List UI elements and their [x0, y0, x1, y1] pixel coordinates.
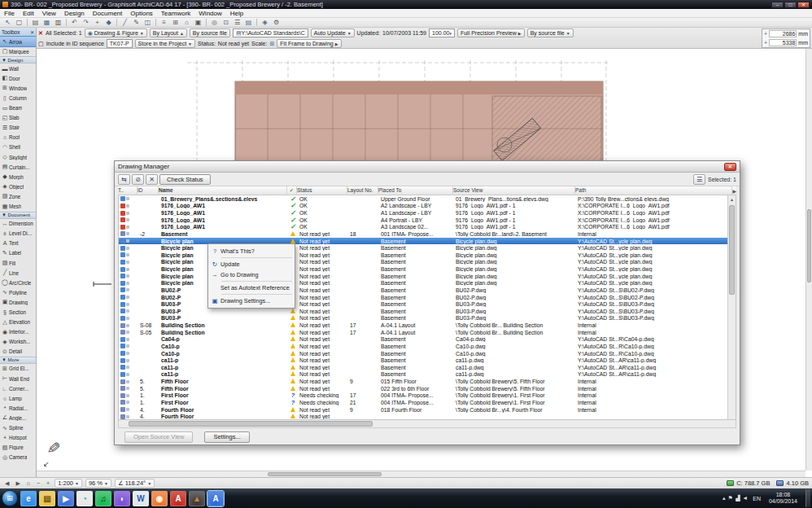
teamwork-icon[interactable]: ◈ — [260, 18, 270, 27]
menu-document[interactable]: Document — [89, 10, 126, 17]
column-header-layout-no[interactable]: Layout No. — [347, 186, 378, 195]
home-zoom-icon[interactable]: ⌂ — [25, 480, 32, 487]
navigator-icon[interactable]: ☰ — [232, 18, 242, 27]
magnification-field[interactable]: 100.00▾ — [429, 28, 455, 37]
table-row[interactable]: -2BasementNot read yet18001 ITMA- Propos… — [119, 230, 727, 238]
toolbox-item-line[interactable]: ╱Line — [0, 268, 36, 278]
zoom-in-icon[interactable]: + — [45, 480, 51, 487]
table-row[interactable]: ca11-pNot read yetBasementca11-p.dwgY:\A… — [119, 357, 727, 364]
menu-window[interactable]: Window — [194, 10, 225, 17]
open-source-view-button[interactable]: Open Source View — [124, 431, 193, 443]
table-row[interactable]: S-05Building SectionNot read yet17A-04.1… — [119, 329, 727, 336]
toolbox-item-lamp[interactable]: ☼Lamp — [0, 393, 36, 403]
x-coordinate-value[interactable]: 2686 — [769, 30, 797, 37]
layers-icon[interactable]: ≡ — [159, 18, 169, 27]
toolbox-item-detail[interactable]: ⊙Detail — [0, 347, 36, 357]
table-row[interactable]: 01_Brewery_Plans&.sections&.elevs✓OKUppe… — [119, 195, 727, 203]
menu-file[interactable]: File — [0, 10, 19, 17]
toolbox-group-document[interactable]: ▼ Document — [0, 212, 36, 219]
eraser-icon[interactable]: ◫ — [142, 18, 153, 27]
deselect-all-icon[interactable]: ✕ — [38, 30, 43, 37]
check-status-button[interactable]: Check Status — [159, 174, 211, 185]
fit-frame-button[interactable]: Fit Frame to Drawing▶ — [277, 39, 341, 48]
toolbox-item-text[interactable]: AText — [0, 239, 36, 248]
archicad-icon[interactable]: A — [207, 491, 224, 506]
toolbox-item-radial[interactable]: *Radial... — [0, 403, 36, 413]
column-header-t[interactable]: T.. — [118, 186, 138, 195]
scroll-columns-icon[interactable]: ▶ — [732, 188, 736, 194]
table-hscroll-thumb[interactable] — [129, 421, 373, 427]
zoom-out-icon[interactable]: − — [35, 480, 41, 487]
orientation-dropdown[interactable]: ∠118.24°▼ — [115, 479, 155, 488]
link-drawing-icon[interactable]: ⇆ — [118, 174, 130, 185]
media-player-icon[interactable]: ▶ — [58, 491, 74, 506]
settings-icon[interactable]: ⚙ — [271, 18, 282, 27]
network-icon[interactable]: ▟ — [736, 495, 740, 501]
toolbox-item-door[interactable]: ◧Door — [0, 73, 36, 83]
table-row[interactable]: 5.Fifth FloorNot read yet9015 Fifth Floo… — [119, 378, 727, 385]
column-header-path[interactable]: Path — [575, 186, 732, 195]
full-precision-preview-button[interactable]: Full Precision Preview▶ — [457, 28, 525, 37]
context-menu-item-what-s-this[interactable]: ?What's This? — [209, 246, 294, 256]
toolbox-item-mesh[interactable]: ▦Mesh — [0, 202, 36, 212]
table-row[interactable]: BU03-PNot read yetBasementBU03-P.dwgY:\A… — [119, 308, 727, 315]
toolbox-group-more[interactable]: ▼ More — [0, 357, 36, 364]
context-menu-item-update[interactable]: ↻Update — [209, 259, 294, 269]
menu-edit[interactable]: Edit — [19, 10, 38, 17]
toolbox-item-column[interactable]: ▯Column — [0, 93, 36, 103]
toolbox-item-interior[interactable]: ◉Interior... — [0, 327, 36, 337]
toolbox-item-worksh[interactable]: ◈Worksh... — [0, 337, 36, 347]
toolbox-item-dimension[interactable]: ↔Dimension — [0, 219, 36, 229]
table-row[interactable]: 9176_Logo_AW1✓OKA1 Landscape - LBY9176_L… — [119, 209, 727, 217]
table-row[interactable]: 1.First Floor?Needs checking17004 ITMA- … — [119, 392, 727, 400]
acrobat-icon[interactable]: A — [170, 491, 186, 506]
context-menu-item-set-as-autotext-reference[interactable]: Set as Autotext Reference — [209, 282, 294, 293]
minimize-button[interactable]: – — [771, 2, 784, 8]
nav-back-icon[interactable]: ◀ — [3, 480, 11, 488]
redo-icon[interactable]: ↷ — [81, 18, 91, 27]
arrow-tool-icon[interactable]: ↖ — [2, 18, 13, 27]
table-row[interactable]: 1.First Floor?Needs checking21004 ITMA- … — [119, 399, 727, 406]
gravity-icon[interactable]: ⌂ — [181, 18, 192, 27]
tool-settings-dropdown[interactable]: ◉Drawing & Figure▼ — [85, 28, 147, 37]
nav-forward-icon[interactable]: ▶ — [14, 480, 21, 488]
table-horizontal-scrollbar[interactable] — [118, 420, 736, 428]
title-bar[interactable]: 390- BR- 002 _Proposed Brewery - Graphis… — [0, 0, 812, 9]
y-coordinate-value[interactable]: 5338 — [769, 39, 797, 46]
dialog-title-bar[interactable]: Drawing Manager ✕ — [115, 161, 740, 173]
menu-options[interactable]: Options — [126, 10, 157, 17]
table-row[interactable]: 9176_Logo_AW1✓OKA3 Landscape 02...9176_L… — [119, 224, 727, 231]
column-header-status[interactable]: Status — [297, 186, 347, 195]
toolbox-item-skylight[interactable]: ◇Skylight — [0, 152, 36, 162]
toolbox-item-polyline[interactable]: ∿Polyline — [0, 287, 36, 297]
fit-in-window-icon[interactable]: ⊡ — [220, 18, 231, 27]
toolbox-group-design[interactable]: ▼ Design — [0, 56, 36, 64]
toolbox-item-spline[interactable]: ∿Spline — [0, 423, 36, 432]
table-row[interactable]: 9176_Logo_AW1✓OKA2 Landscape - LBY9176_L… — [119, 203, 727, 210]
toolbox-item-label[interactable]: ✎Label — [0, 248, 36, 258]
toolbox-item-fill[interactable]: ▨Fill — [0, 258, 36, 268]
toolbox-item-figure[interactable]: ▧Figure — [0, 443, 36, 453]
hidden-icons-icon[interactable]: ▴ — [723, 495, 726, 501]
toolbox-item-hotspot[interactable]: +Hotspot — [0, 433, 36, 443]
open-icon[interactable]: ▤ — [30, 18, 41, 27]
toolbox-item-section[interactable]: §Section — [0, 307, 36, 317]
toolbox-item-beam[interactable]: ▭Beam — [0, 103, 36, 113]
undo-icon[interactable]: ↶ — [69, 18, 80, 27]
vertical-scrollbar[interactable] — [805, 49, 812, 471]
vlc-icon[interactable]: ▲ — [189, 491, 205, 506]
toolbox-item-arrow[interactable]: ↖Arrow — [0, 37, 36, 46]
toolbox-header[interactable]: Toolbox ✕ — [0, 28, 36, 37]
grid-snap-icon[interactable]: ⊞ — [170, 18, 181, 27]
language-indicator[interactable]: EN — [751, 495, 762, 502]
toolbox-item-wall[interactable]: ▬Wall — [0, 64, 36, 73]
toolbox-item-roof[interactable]: ⌂Roof — [0, 133, 36, 142]
table-row[interactable]: 4.Fourth FloorNot read yet — [119, 413, 727, 419]
context-menu-item-drawing-settings[interactable]: ▣Drawing Settings... — [209, 296, 294, 306]
auto-update-dropdown[interactable]: Auto Update▼ — [311, 28, 355, 37]
print-icon[interactable]: ▥ — [53, 18, 63, 27]
settings-button[interactable]: Settings... — [204, 431, 249, 443]
by-layout-dropdown[interactable]: By Layout▲ — [150, 28, 187, 37]
column-header-name[interactable]: Name — [159, 186, 287, 195]
toolbox-item-stair[interactable]: ☰Stair — [0, 123, 36, 133]
